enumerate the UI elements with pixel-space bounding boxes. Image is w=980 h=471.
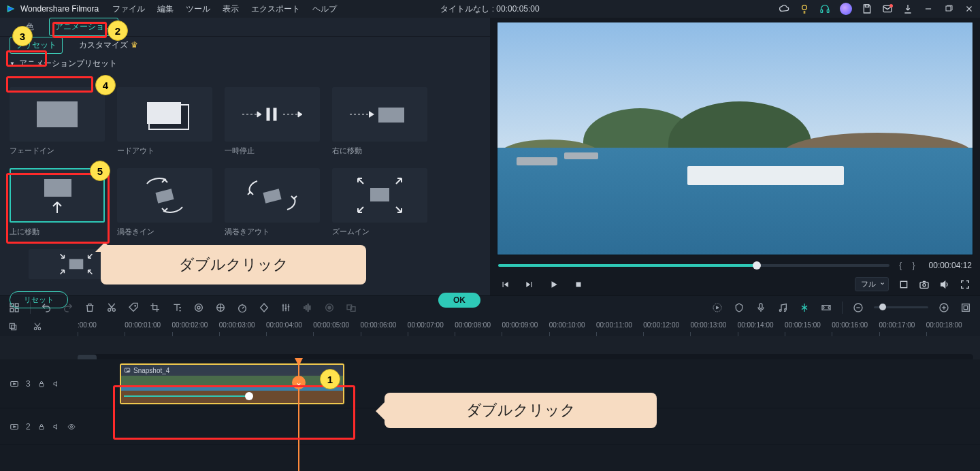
mute-icon[interactable]	[52, 423, 61, 431]
svg-rect-5	[946, 6, 951, 11]
mute-icon[interactable]	[52, 380, 61, 388]
clip-name: Snapshot_4	[133, 367, 169, 374]
preview-time: 00:00:04:12	[929, 261, 972, 270]
ruler-tick: 00:00:15:00	[785, 321, 821, 329]
svg-rect-51	[39, 383, 44, 387]
menu-file[interactable]: ファイル	[112, 3, 145, 15]
subtab-custom[interactable]: カスタマイズ♛	[74, 37, 144, 53]
marker-icon[interactable]	[733, 302, 745, 314]
svg-rect-13	[69, 259, 84, 270]
stop-icon[interactable]	[573, 279, 584, 290]
menu-edit[interactable]: 編集	[157, 3, 174, 15]
maximize-icon[interactable]	[943, 3, 954, 14]
zoom-slider[interactable]	[874, 306, 928, 308]
preset-label: 渦巻きイン	[117, 227, 212, 237]
scissors-icon[interactable]	[33, 322, 44, 333]
duplicate-icon[interactable]	[8, 322, 19, 333]
preset-pause[interactable]: 一時停止	[225, 87, 320, 156]
ruler-tick: 00:00:11:00	[596, 321, 632, 329]
crown-icon: ♛	[131, 40, 138, 50]
play-icon[interactable]	[549, 279, 559, 290]
preset-zoom-in[interactable]: ズームイン	[332, 168, 427, 237]
preset-swirl-out[interactable]: 渦巻きアウト	[225, 168, 320, 237]
timeline-clip[interactable]: Snapshot_4	[120, 363, 344, 404]
snapshot-icon[interactable]	[919, 279, 930, 290]
svg-rect-29	[304, 306, 305, 308]
timeline-ruler[interactable]: :00:00 00:00:01:00 00:00:02:00 00:00:03:…	[78, 319, 973, 336]
callout-double-click-2: ダブルクリック	[101, 245, 366, 285]
menu-export[interactable]: エクスポート	[251, 3, 300, 15]
redo-icon[interactable]	[62, 302, 74, 314]
lock-icon[interactable]	[37, 380, 46, 388]
close-icon[interactable]	[964, 3, 975, 14]
fit-icon[interactable]	[820, 302, 832, 314]
ruler-tick: 00:00:01:00	[125, 321, 161, 329]
lock-icon[interactable]	[37, 423, 46, 431]
preset-label: 一時停止	[225, 146, 320, 156]
preview-progress-slider[interactable]	[498, 264, 889, 267]
svg-rect-6	[267, 108, 270, 120]
svg-rect-11	[263, 189, 281, 203]
svg-rect-16	[920, 282, 928, 288]
visibility-icon[interactable]	[67, 423, 76, 431]
reset-button[interactable]: リセット	[10, 291, 68, 308]
brace-markers[interactable]: { }	[899, 261, 919, 270]
svg-rect-55	[39, 426, 44, 429]
crop-icon[interactable]	[898, 279, 909, 290]
preset-label: ードアウト	[117, 146, 212, 156]
quality-select[interactable]: フル	[855, 277, 889, 291]
svg-point-17	[923, 283, 926, 286]
svg-rect-9	[44, 179, 71, 197]
fullscreen-icon[interactable]	[960, 279, 970, 290]
svg-rect-1	[821, 10, 823, 12]
badge-5: 5	[90, 161, 110, 181]
ruler-tick: 00:00:13:00	[690, 321, 726, 329]
preset-fade-in[interactable]: フェードイン	[10, 87, 105, 156]
render-icon[interactable]	[711, 302, 723, 314]
menu-help[interactable]: ヘルプ	[312, 3, 337, 15]
idea-icon[interactable]	[799, 3, 810, 14]
save-icon[interactable]	[862, 3, 872, 14]
app-logo-icon	[5, 3, 16, 14]
preset-move-up[interactable]: 上に移動	[10, 168, 105, 237]
zoom-fit-icon[interactable]	[960, 302, 972, 314]
ok-button[interactable]: OK	[438, 293, 480, 308]
record-icon[interactable]	[323, 302, 336, 314]
svg-rect-10	[155, 189, 174, 203]
ruler-tick: 00:00:10:00	[549, 321, 585, 329]
ruler-tick: 00:00:09:00	[502, 321, 538, 329]
messages-icon[interactable]	[882, 3, 893, 14]
cloud-icon[interactable]	[779, 3, 789, 14]
ruler-tick: 00:00:16:00	[832, 321, 868, 329]
svg-point-40	[785, 308, 787, 310]
music-icon[interactable]	[777, 302, 789, 314]
prev-frame-icon[interactable]	[500, 279, 510, 290]
section-animation-preset[interactable]: ▼ アニメーションプリセット	[0, 54, 490, 74]
audio-icon[interactable]	[301, 302, 314, 314]
next-frame-icon[interactable]	[524, 279, 535, 290]
ruler-tick: 00:00:02:00	[172, 321, 208, 329]
minimize-icon[interactable]	[923, 3, 934, 14]
zoom-out-icon[interactable]	[852, 302, 864, 314]
svg-rect-8	[378, 108, 404, 123]
download-icon[interactable]	[902, 3, 913, 14]
menu-view[interactable]: 表示	[223, 3, 239, 15]
avatar-icon[interactable]	[840, 3, 852, 15]
volume-icon[interactable]	[939, 279, 950, 290]
group-icon[interactable]	[345, 302, 357, 314]
preset-fade-out[interactable]: ードアウト	[117, 87, 212, 156]
preview-viewport[interactable]	[497, 22, 973, 255]
video-track-icon	[10, 422, 19, 432]
section-label: アニメーションプリセット	[19, 58, 117, 69]
playhead-expand-icon[interactable]: ⌄	[292, 376, 306, 389]
badge-3: 3	[12, 26, 33, 46]
snap-icon[interactable]	[798, 302, 811, 314]
ruler-tick: 00:00:17:00	[879, 321, 915, 329]
zoom-in-icon[interactable]	[938, 302, 950, 314]
preset-swirl-in[interactable]: 渦巻きイン	[117, 168, 212, 237]
headphones-icon[interactable]	[819, 3, 830, 14]
preset-move-right[interactable]: 右に移動	[332, 87, 427, 156]
mic-icon[interactable]	[755, 302, 767, 314]
svg-point-34	[328, 306, 331, 309]
menu-tools[interactable]: ツール	[186, 3, 210, 15]
